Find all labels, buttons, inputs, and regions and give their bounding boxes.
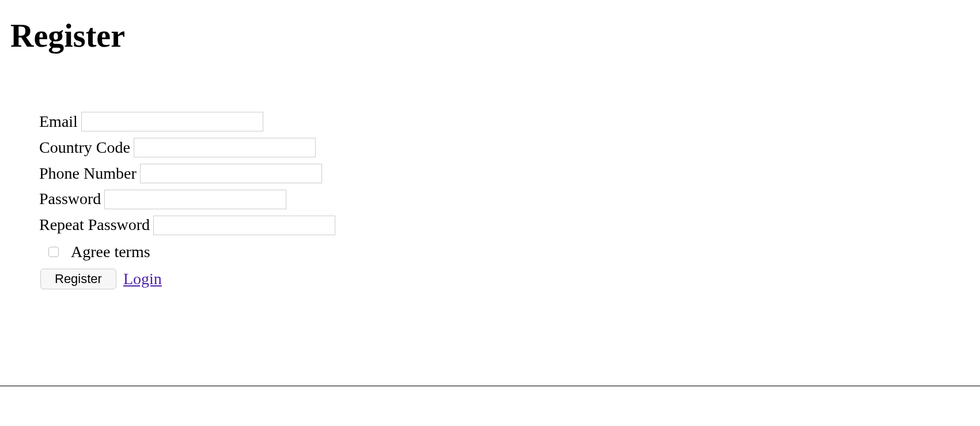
- repeat-password-label: Repeat Password: [39, 212, 150, 238]
- form-row-phone-number: Phone Number: [39, 161, 980, 187]
- country-code-label: Country Code: [39, 135, 130, 161]
- country-code-input[interactable]: [134, 138, 316, 157]
- form-row-agree-terms: Agree terms: [46, 239, 980, 265]
- register-button[interactable]: Register: [40, 269, 116, 289]
- form-row-password: Password: [39, 186, 980, 212]
- password-input[interactable]: [104, 190, 286, 209]
- password-label: Password: [39, 186, 101, 212]
- email-label: Email: [39, 109, 78, 135]
- agree-terms-label: Agree terms: [71, 239, 150, 265]
- form-row-submit: Register Login: [40, 266, 980, 292]
- login-link[interactable]: Login: [123, 266, 162, 292]
- form-row-country-code: Country Code: [39, 135, 980, 161]
- email-input[interactable]: [81, 112, 263, 131]
- page-title: Register: [10, 17, 980, 54]
- repeat-password-input[interactable]: [153, 216, 335, 235]
- form-row-email: Email: [39, 109, 980, 135]
- agree-terms-checkbox[interactable]: [48, 247, 59, 257]
- bottom-divider: [0, 386, 980, 386]
- form-row-repeat-password: Repeat Password: [39, 212, 980, 238]
- phone-number-input[interactable]: [140, 164, 322, 183]
- register-form: Email Country Code Phone Number Password…: [39, 109, 980, 292]
- phone-number-label: Phone Number: [39, 161, 137, 187]
